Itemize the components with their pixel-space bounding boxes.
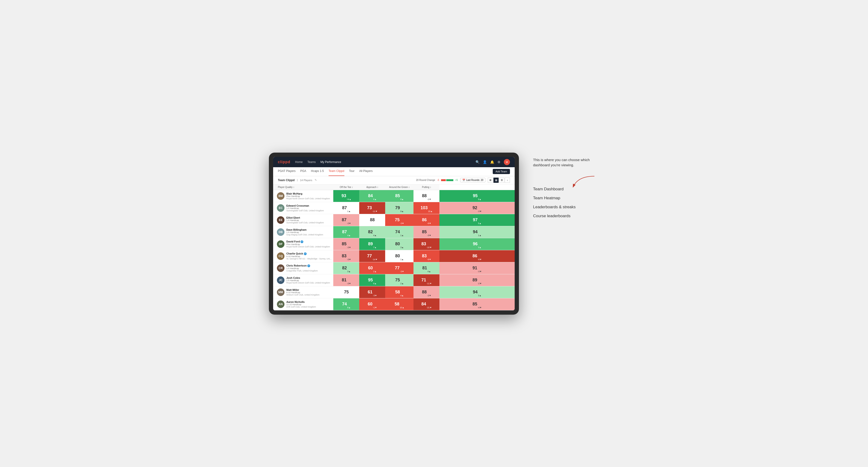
- metric-change: 9▲: [401, 210, 404, 213]
- metric-cell: 748▲: [333, 298, 359, 310]
- metric-cell: 75: [333, 286, 359, 298]
- metric-box: 858▲: [385, 190, 413, 202]
- player-cell: CRChris Robertson✓1-5 HandicapCraigmilla…: [273, 262, 333, 274]
- metric-box: 60-1▼: [359, 299, 385, 310]
- sub-nav-pgat[interactable]: PGAT Players: [278, 167, 296, 176]
- metric-value: 97: [473, 217, 478, 222]
- player-handicap: 6-10 Handicap: [286, 291, 319, 294]
- player-club: Royal North Devon Golf Club, United King…: [286, 197, 330, 200]
- metric-value: 88: [422, 290, 427, 294]
- sub-nav-team-clippd[interactable]: Team Clippd: [329, 167, 344, 176]
- metric-change: -1▼: [373, 306, 377, 309]
- player-info: David Ford✓Plus HandicapRoyal North Devo…: [286, 240, 330, 248]
- metric-change: -11▼: [372, 210, 378, 213]
- metric-change: 8▲: [347, 306, 351, 309]
- table-row[interactable]: ANAaron Nicholls11-15 HandicapDrift Golf…: [273, 298, 515, 310]
- metric-cell: 824▲: [359, 226, 385, 238]
- dashboard-option[interactable]: Course leaderboards: [533, 214, 599, 218]
- dashboard-options: Team DashboardTeam HeatmapLeaderboards &…: [533, 187, 599, 218]
- metric-value: 81: [342, 278, 346, 283]
- metric-box: 814▲: [413, 262, 439, 274]
- table-row[interactable]: ECEdward Crossman1-5 HandicapSunningdale…: [273, 202, 515, 214]
- table-row[interactable]: DFDavid Ford✓Plus HandicapRoyal North De…: [273, 238, 515, 250]
- metric-cell: 801▲: [385, 250, 413, 262]
- metric-value: 85: [422, 229, 427, 235]
- profile-icon[interactable]: 👤: [483, 160, 487, 164]
- player-club: Royal North Devon Golf Club, United King…: [286, 282, 330, 284]
- sub-nav-pga[interactable]: PGA: [300, 167, 306, 176]
- metric-cell: 943▲: [439, 286, 515, 298]
- metric-value: 82: [342, 266, 347, 271]
- metric-box: 88-1▼: [413, 190, 439, 202]
- heatmap-view-button[interactable]: ▦: [493, 178, 499, 183]
- metric-value: 89: [368, 242, 373, 247]
- metric-cell: 958▲: [359, 274, 385, 286]
- nav-teams[interactable]: Teams: [307, 159, 316, 165]
- last-rounds-button[interactable]: 📅 Last Rounds: 20: [460, 178, 486, 182]
- metric-box: 83-10▼: [413, 238, 439, 250]
- metric-box: 823▲: [333, 262, 359, 274]
- metric-change: 15▲: [428, 210, 433, 213]
- table-row[interactable]: JCJosh Coles1-5 HandicapRoyal North Devo…: [273, 274, 515, 286]
- table-row[interactable]: MMMatt Miller6-10 HandicapWoburn Golf Cl…: [273, 286, 515, 298]
- metric-change: 3▲: [347, 270, 351, 273]
- table-row[interactable]: BMBlair McHargPlus HandicapRoyal North D…: [273, 190, 515, 202]
- metric-value: 74: [395, 229, 400, 235]
- player-cell: JCJosh Coles1-5 HandicapRoyal North Devo…: [273, 274, 333, 286]
- nav-home[interactable]: Home: [295, 159, 303, 165]
- player-name: Aaron Nicholls: [286, 301, 316, 303]
- player-club: Royal North Devon Golf Club, United King…: [286, 246, 330, 248]
- metric-cell: 85-4▼: [439, 298, 515, 310]
- bell-icon[interactable]: 🔔: [490, 160, 494, 164]
- metric-box: 77-14▼: [359, 250, 385, 262]
- bar-green: [446, 179, 453, 181]
- table-row[interactable]: CQCharlie Quick✓6-10 HandicapSt. George'…: [273, 250, 515, 262]
- player-club: Craigmillar Park, United Kingdom: [286, 270, 318, 272]
- grid-view-button[interactable]: ⊞: [488, 178, 493, 183]
- player-club: Woburn Golf Club, United Kingdom: [286, 294, 319, 296]
- metric-change: -3▼: [347, 246, 351, 249]
- metric-value: 86: [472, 253, 477, 258]
- metric-box: 941▲: [439, 226, 515, 238]
- add-team-button[interactable]: Add Team: [493, 169, 510, 174]
- metric-value: 60: [368, 302, 372, 307]
- sub-nav-all-players[interactable]: All Players: [359, 167, 373, 176]
- edit-team-icon[interactable]: ✎: [315, 179, 317, 182]
- export-button[interactable]: ↓: [505, 178, 510, 183]
- table-row[interactable]: CRChris Robertson✓1-5 HandicapCraigmilla…: [273, 262, 515, 274]
- dashboard-option[interactable]: Leaderboards & streaks: [533, 205, 599, 210]
- metric-cell: 83-6▼: [413, 250, 439, 262]
- metric-change: +4▲: [347, 198, 351, 200]
- dashboard-option[interactable]: Team Dashboard: [533, 187, 599, 191]
- metric-cell: 61-3▼: [359, 286, 385, 298]
- metric-change: -8▼: [478, 258, 482, 261]
- metric-value: 77: [395, 266, 400, 271]
- metric-cell: 77-3▼: [385, 262, 413, 274]
- table-row[interactable]: DBDave Billingham1-5 HandicapGog Magog G…: [273, 226, 515, 238]
- metric-change: 3▲: [478, 294, 482, 297]
- player-name: Chris Robertson✓: [286, 264, 318, 267]
- player-info: Josh Coles1-5 HandicapRoyal North Devon …: [286, 276, 330, 284]
- metric-change: -1▼: [427, 198, 431, 200]
- metric-change: 5▲: [478, 222, 482, 224]
- metric-box: 84-21▼: [413, 299, 439, 310]
- dashboard-option[interactable]: Team Heatmap: [533, 196, 599, 200]
- metric-cell: 86-6▼: [413, 214, 439, 226]
- annotation-text: This is where you can choose which dashb…: [533, 157, 599, 168]
- metric-change: 2▲: [373, 270, 377, 273]
- metric-value: 79: [395, 206, 400, 210]
- search-icon[interactable]: 🔍: [475, 160, 479, 164]
- metric-value: 82: [368, 229, 373, 235]
- user-avatar[interactable]: U: [504, 159, 510, 165]
- metric-change: -21▼: [427, 306, 432, 309]
- sub-nav-hcaps[interactable]: Hcaps 1-5: [311, 167, 324, 176]
- settings-icon[interactable]: ⚙: [497, 160, 500, 164]
- player-cell: EEElliot Ebert1-5 HandicapSunningdale Go…: [273, 214, 333, 226]
- sub-nav-tour[interactable]: Tour: [349, 167, 354, 176]
- table-row[interactable]: EEElliot Ebert1-5 HandicapSunningdale Go…: [273, 214, 515, 226]
- metric-change: -3▼: [400, 270, 404, 273]
- metric-change: -2▼: [427, 294, 431, 297]
- list-view-button[interactable]: ☰: [499, 178, 504, 183]
- nav-my-performance[interactable]: My Performance: [320, 159, 341, 165]
- metric-box: 83-6▼: [413, 250, 439, 262]
